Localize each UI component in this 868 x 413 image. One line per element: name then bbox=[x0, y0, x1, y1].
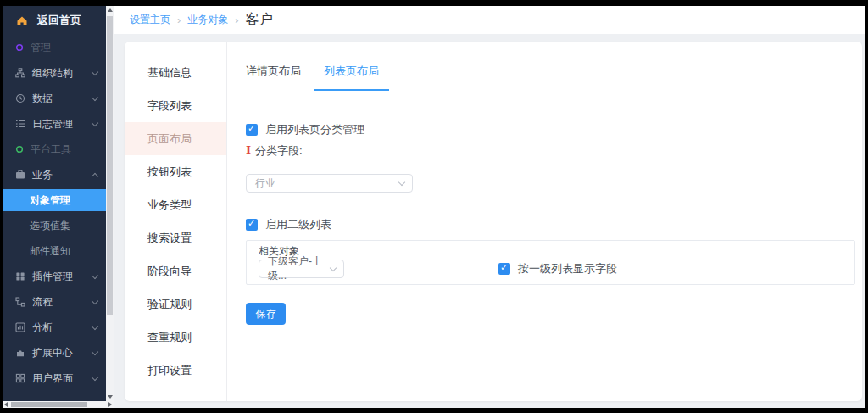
required-mark: I bbox=[246, 144, 251, 157]
scroll-down-arrow-icon[interactable] bbox=[108, 395, 113, 399]
breadcrumb: 设置主页 › 业务对象 › 客户 bbox=[114, 6, 865, 34]
sidebar-item-label: 业务 bbox=[32, 168, 53, 182]
chevron-down-icon bbox=[398, 179, 405, 186]
sidebar-item-org-structure[interactable]: 组织结构 bbox=[3, 60, 106, 86]
main-area: 设置主页 › 业务对象 › 客户 基础信息 字段列表 页面布局 按钮列表 业务类… bbox=[114, 6, 865, 408]
breadcrumb-link-settings-home[interactable]: 设置主页 bbox=[130, 13, 170, 27]
horizontal-scrollbar-thumb[interactable] bbox=[11, 402, 87, 407]
sidebar-vertical-scrollbar[interactable] bbox=[106, 6, 114, 401]
breadcrumb-separator: › bbox=[235, 14, 238, 26]
clock-icon bbox=[15, 93, 25, 103]
sidebar-item-platform-tools[interactable]: 平台工具 bbox=[3, 137, 106, 162]
display-by-first-list-checkbox-row[interactable]: 按一级列表显示字段 bbox=[498, 261, 617, 276]
chart-icon bbox=[15, 322, 25, 332]
sidebar-item-business[interactable]: 业务 bbox=[3, 162, 106, 187]
display-by-first-list-label: 按一级列表显示字段 bbox=[518, 261, 617, 276]
related-object-select-value: 下级客户-上级... bbox=[268, 254, 325, 283]
menu-item-validation-rules[interactable]: 验证规则 bbox=[125, 287, 226, 321]
object-settings-menu: 基础信息 字段列表 页面布局 按钮列表 业务类型 搜索设置 阶段向导 验证规则 … bbox=[125, 42, 227, 401]
page-title: 客户 bbox=[246, 11, 273, 29]
save-button[interactable]: 保存 bbox=[246, 303, 286, 325]
scroll-right-arrow-icon[interactable] bbox=[108, 402, 112, 407]
chevron-down-icon bbox=[92, 348, 98, 354]
chevron-down-icon bbox=[92, 297, 98, 304]
menu-item-button-list[interactable]: 按钮列表 bbox=[125, 155, 226, 188]
sidebar-horizontal-scrollbar[interactable] bbox=[3, 401, 114, 408]
enable-second-list-label: 启用二级列表 bbox=[265, 217, 331, 232]
chevron-down-icon bbox=[92, 322, 98, 329]
menu-item-stage-wizard[interactable]: 阶段向导 bbox=[125, 254, 226, 287]
sidebar-subitem-mail-notify[interactable]: 邮件通知 bbox=[3, 238, 106, 264]
sidebar-subitem-option-sets[interactable]: 选项值集 bbox=[3, 213, 106, 238]
sidebar-item-extension-center[interactable]: 扩展中心 bbox=[3, 340, 106, 366]
scroll-up-arrow-icon[interactable] bbox=[108, 8, 113, 12]
breadcrumb-link-business-object[interactable]: 业务对象 bbox=[187, 13, 228, 27]
sidebar-item-label: 扩展中心 bbox=[32, 346, 73, 360]
sidebar-home-label: 返回首页 bbox=[37, 13, 81, 28]
checkbox-checked-icon[interactable] bbox=[498, 263, 510, 275]
breadcrumb-separator: › bbox=[177, 14, 181, 26]
sidebar-item-analysis[interactable]: 分析 bbox=[3, 315, 106, 340]
app-window: 返回首页 管理 组织结构 数据 日志管理 bbox=[3, 6, 865, 408]
sidebar-item-manage[interactable]: 管理 bbox=[3, 35, 106, 60]
sidebar-item-log-manage[interactable]: 日志管理 bbox=[3, 111, 106, 137]
sidebar-item-label: 平台工具 bbox=[31, 142, 71, 157]
related-object-select[interactable]: 下级客户-上级... bbox=[259, 260, 344, 278]
extension-icon bbox=[15, 348, 25, 358]
scroll-left-arrow-icon[interactable] bbox=[4, 402, 8, 407]
flow-icon bbox=[15, 297, 25, 307]
sidebar-item-label: 日志管理 bbox=[32, 117, 73, 131]
sidebar-item-label: 用户界面 bbox=[32, 371, 73, 386]
log-icon bbox=[15, 119, 25, 129]
content-card: 基础信息 字段列表 页面布局 按钮列表 业务类型 搜索设置 阶段向导 验证规则 … bbox=[125, 42, 862, 401]
sidebar-subitem-object-manage[interactable]: 对象管理 bbox=[3, 189, 106, 211]
category-field-select[interactable]: 行业 bbox=[246, 174, 413, 193]
tab-list-page-layout[interactable]: 列表页布局 bbox=[314, 64, 389, 91]
briefcase-icon bbox=[15, 170, 25, 180]
layout-tabs: 详情页布局 列表页布局 bbox=[246, 64, 855, 91]
plugin-icon bbox=[15, 271, 25, 282]
sidebar-item-flow[interactable]: 流程 bbox=[3, 289, 106, 315]
ring-icon bbox=[15, 145, 24, 153]
checkbox-checked-icon[interactable] bbox=[246, 219, 258, 231]
menu-item-basic-info[interactable]: 基础信息 bbox=[125, 56, 226, 89]
menu-item-page-layout[interactable]: 页面布局 bbox=[125, 122, 226, 155]
enable-category-label: 启用列表页分类管理 bbox=[265, 122, 364, 137]
chevron-down-icon bbox=[92, 373, 98, 380]
sidebar-item-label: 组织结构 bbox=[32, 66, 73, 81]
tab-detail-page-layout[interactable]: 详情页布局 bbox=[246, 64, 311, 91]
category-field-label: I分类字段: bbox=[246, 143, 855, 159]
home-icon bbox=[16, 15, 28, 26]
sidebar-item-data[interactable]: 数据 bbox=[3, 86, 106, 111]
sidebar: 返回首页 管理 组织结构 数据 日志管理 bbox=[3, 6, 106, 401]
menu-item-business-type[interactable]: 业务类型 bbox=[125, 188, 226, 221]
menu-item-field-list[interactable]: 字段列表 bbox=[125, 89, 226, 122]
layout-panel: 详情页布局 列表页布局 启用列表页分类管理 I分类字段: 行业 启用二级列表 bbox=[227, 42, 862, 401]
chevron-down-icon bbox=[330, 265, 337, 271]
sidebar-item-user-interface[interactable]: 用户界面 bbox=[3, 366, 106, 391]
ring-icon bbox=[15, 43, 24, 52]
vertical-scrollbar-thumb[interactable] bbox=[107, 16, 113, 315]
sidebar-home-button[interactable]: 返回首页 bbox=[3, 6, 106, 35]
chevron-up-icon bbox=[92, 172, 98, 179]
related-object-box: 相关对象 下级客户-上级... 按一级列表显示字段 bbox=[246, 240, 855, 285]
enable-category-checkbox-row[interactable]: 启用列表页分类管理 bbox=[246, 122, 855, 137]
chevron-down-icon bbox=[92, 271, 98, 278]
chevron-down-icon bbox=[92, 93, 98, 100]
chevron-down-icon bbox=[92, 68, 98, 75]
sidebar-item-label: 流程 bbox=[32, 295, 53, 310]
menu-item-search-settings[interactable]: 搜索设置 bbox=[125, 221, 226, 254]
sidebar-item-label: 管理 bbox=[31, 41, 51, 55]
menu-item-print-settings[interactable]: 打印设置 bbox=[125, 354, 226, 387]
checkbox-checked-icon[interactable] bbox=[246, 124, 258, 136]
category-select-value: 行业 bbox=[255, 176, 275, 191]
grid-icon bbox=[15, 373, 25, 383]
sidebar-item-label: 分析 bbox=[32, 321, 53, 335]
menu-item-duplicate-rules[interactable]: 查重规则 bbox=[125, 321, 226, 354]
related-object-label: 相关对象 bbox=[259, 246, 843, 257]
related-object-row: 下级客户-上级... 按一级列表显示字段 bbox=[259, 260, 843, 278]
sidebar-item-plugin-manage[interactable]: 插件管理 bbox=[3, 264, 106, 289]
enable-second-list-checkbox-row[interactable]: 启用二级列表 bbox=[246, 217, 855, 232]
sidebar-item-label: 数据 bbox=[32, 92, 53, 106]
sidebar-item-label: 插件管理 bbox=[32, 270, 73, 284]
